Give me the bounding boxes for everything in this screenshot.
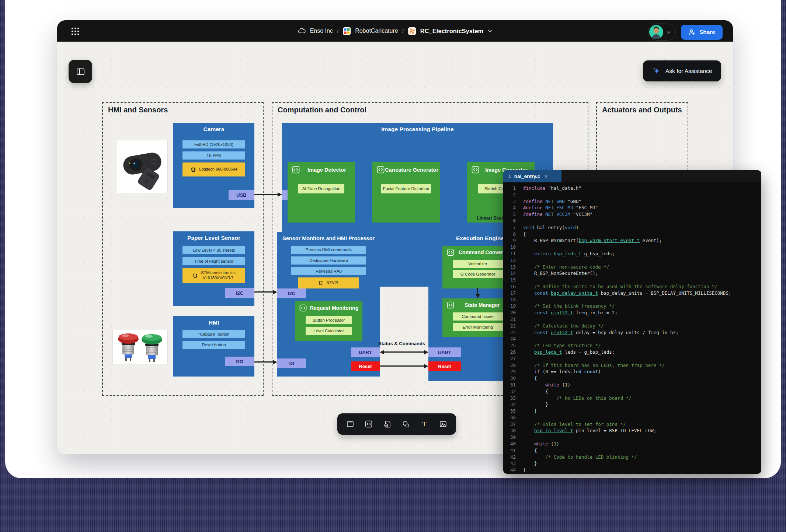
connector-do-di xyxy=(254,361,273,363)
breadcrumb-project[interactable]: RobotCaricature xyxy=(355,28,398,34)
code-lines[interactable]: 1#include "hal_data.h"23#define NET_GND … xyxy=(503,182,761,473)
paper-item[interactable]: Time of Flight sensor xyxy=(182,257,245,265)
code-line: 9 R_BSP_WarmStart(bsp_warm_start_event_t… xyxy=(503,237,761,244)
code-line: 29 if (0 == leds.led_count) xyxy=(503,368,761,375)
code-line: 28 /* If this board has no LEDs, then tr… xyxy=(503,362,761,369)
code-line: 13 /* Enter non-secure code */ xyxy=(503,264,761,270)
arrowhead xyxy=(278,192,282,197)
stage-chip[interactable]: Facial Feature Distortion xyxy=(381,184,431,193)
code-line: 6 xyxy=(503,218,761,224)
code-line: 27 xyxy=(503,356,761,362)
converter-chip[interactable]: Vectorizer xyxy=(453,260,503,268)
code-line: 19 /* Set the blink frequency */ xyxy=(503,303,761,309)
monitors-port-i2c[interactable]: I2C xyxy=(277,288,306,298)
code-icon xyxy=(299,304,307,313)
state-chip[interactable]: Error Monitoring xyxy=(453,323,503,331)
code-line: 17 const bsp_delay_units_t bsp_delay_uni… xyxy=(503,290,761,297)
image-detector-node[interactable]: Image Detector AI Face Recognition xyxy=(288,162,355,223)
share-button[interactable]: Share xyxy=(681,25,723,40)
camera-chip[interactable]: Logitech 960-000694 xyxy=(182,162,245,176)
state-chip[interactable]: Command Issuer xyxy=(453,312,503,321)
code-icon xyxy=(447,301,454,310)
code-line: 5#define NET_VCC3M "VCC3M" xyxy=(503,211,761,218)
sidebar-toggle-button[interactable] xyxy=(69,60,92,83)
tab-filename: hal_entry.c xyxy=(514,174,540,179)
image-tool-button[interactable] xyxy=(437,418,449,430)
code-icon xyxy=(447,249,454,258)
hmi-item[interactable]: "Capture" button xyxy=(182,330,245,338)
ask-assistance-button[interactable]: Ask for Assistance xyxy=(643,60,721,81)
arrowhead xyxy=(273,360,277,364)
cloud-icon xyxy=(298,27,306,35)
paper-chip[interactable]: STMicroelectronics VL6180XV0NR/1 xyxy=(182,268,245,283)
breadcrumb-org[interactable]: Enso Inc xyxy=(310,28,333,34)
code-line: 36 xyxy=(503,414,761,421)
code-line: 7void hal_entry(void) xyxy=(503,224,761,231)
execution-port-uart[interactable]: UART xyxy=(428,347,461,357)
request-chip[interactable]: Button Processor xyxy=(306,316,352,324)
arrowhead xyxy=(273,290,277,294)
breadcrumb-separator: / xyxy=(402,28,404,34)
file-check-tool-button[interactable] xyxy=(381,418,394,430)
hmi-item[interactable]: Reset button xyxy=(182,341,245,349)
monitors-port-reset[interactable]: Reset xyxy=(351,361,380,371)
pushbuttons-image xyxy=(114,332,166,363)
frame-icon xyxy=(346,420,355,428)
file-check-icon xyxy=(383,420,392,428)
code-line: 38 bsp_io_level_t pin_level = BSP_IO_LEV… xyxy=(503,427,761,434)
code-line: 4#define NET_ESC_M3 "ESC_M3" xyxy=(503,204,761,211)
stage-chip[interactable]: AI Face Recognition xyxy=(298,184,344,193)
monitors-item[interactable]: Renesas RA0 xyxy=(291,267,366,275)
shapes-tool-button[interactable] xyxy=(400,418,412,430)
monitors-port-uart[interactable]: UART xyxy=(351,347,380,357)
tab-hal-entry[interactable]: C hal_entry.c × xyxy=(503,170,561,182)
pushbuttons-photo[interactable] xyxy=(112,330,168,364)
code-line: 35 } xyxy=(503,408,761,414)
code-tool-button[interactable] xyxy=(362,418,375,430)
frame-tool-button[interactable] xyxy=(344,418,357,430)
code-line: 18 xyxy=(503,297,761,303)
webcam-photo[interactable] xyxy=(117,140,168,193)
section-title: Actuators and Outputs xyxy=(602,106,682,114)
code-line: 12 xyxy=(503,257,761,264)
request-chip[interactable]: Level Calculator xyxy=(306,327,352,335)
code-editor-panel: C hal_entry.c × 1#include "hal_data.h"23… xyxy=(503,170,761,474)
monitors-port-di[interactable]: DI xyxy=(277,358,306,368)
chip-icon xyxy=(190,167,196,173)
chevron-down-icon xyxy=(487,29,493,33)
breadcrumb-file[interactable]: RC_ElectronicSystem xyxy=(420,28,484,35)
webcam-image xyxy=(120,143,164,190)
text-icon: T xyxy=(420,420,429,428)
code-line: 40 while (1) xyxy=(503,441,761,447)
paper-item[interactable]: Low Level < 20 sheets xyxy=(182,246,245,254)
hmi-port-do[interactable]: DO xyxy=(225,357,254,366)
app-launcher-button[interactable] xyxy=(70,27,80,38)
monitors-chip[interactable]: RZV2L xyxy=(298,277,359,288)
paper-sensor-block[interactable]: Paper Level Sensor Low Level < 20 sheets… xyxy=(173,231,254,306)
code-line: 15 xyxy=(503,277,761,283)
camera-item[interactable]: Full HD (1920x1080) xyxy=(182,140,245,148)
code-line: 39 xyxy=(503,434,761,441)
execution-port-reset[interactable]: Reset xyxy=(428,361,461,371)
project-icon xyxy=(342,27,351,35)
camera-port-usb[interactable]: USB xyxy=(229,190,254,200)
hmi-block[interactable]: HMI "Capture" button Reset button DO xyxy=(173,316,254,377)
converter-chip[interactable]: G Code Generator xyxy=(453,270,503,278)
request-monitoring-node[interactable]: Request Monitoring Button Processor Leve… xyxy=(295,301,362,341)
camera-title: Camera xyxy=(173,123,254,133)
monitors-item[interactable]: Process HMI commands xyxy=(291,246,366,254)
text-tool-button[interactable]: T xyxy=(418,418,431,430)
caricature-generator-node[interactable]: Caricature Generator Facial Feature Dist… xyxy=(372,162,440,223)
sensor-monitors-block[interactable]: Sensor Monitors and HMI Processor Proces… xyxy=(277,232,380,377)
paper-sensor-title: Paper Level Sensor xyxy=(173,231,254,241)
monitors-item[interactable]: Dedicated Hardware xyxy=(291,256,366,265)
account-menu[interactable] xyxy=(648,24,676,41)
connector-vertical xyxy=(477,288,478,294)
sensor-monitors-title: Sensor Monitors and HMI Processor xyxy=(277,232,380,241)
paper-port-i2c[interactable]: I2C xyxy=(225,288,254,298)
connector-usb xyxy=(254,194,278,195)
close-tab-icon[interactable]: × xyxy=(545,174,547,179)
camera-block[interactable]: Camera Full HD (1920x1080) 15 FPS Logite… xyxy=(173,123,254,208)
camera-item[interactable]: 15 FPS xyxy=(182,151,245,160)
connector-uart xyxy=(384,351,424,353)
